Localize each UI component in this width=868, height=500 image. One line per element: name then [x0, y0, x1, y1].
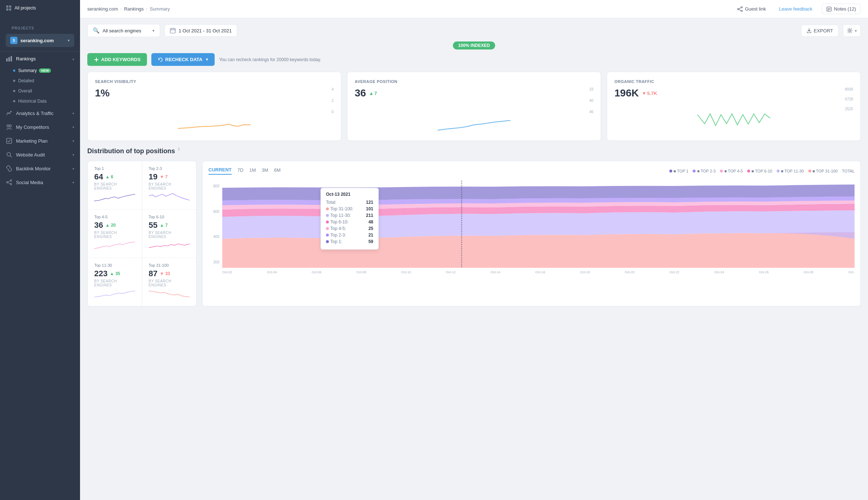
sidebar-item-historical[interactable]: Historical Data — [0, 96, 80, 106]
search-visibility-title: SEARCH VISIBILITY — [95, 79, 334, 84]
export-button[interactable]: EXPORT — [801, 25, 839, 37]
social-label: Social Media — [16, 180, 72, 185]
tab-7d[interactable]: 7D — [238, 167, 244, 174]
y-axis: 800 600 400 200 — [208, 180, 219, 268]
guest-link-label: Guest link — [745, 6, 766, 12]
action-bar: ADD KEYWORDS RECHECK DATA ▾ You can rech… — [87, 53, 861, 66]
legend-total: TOTAL — [842, 169, 855, 173]
chart-tabs: CURRENT 7D 1M 3M 6M ■ TOP 1 — [208, 167, 855, 175]
search-visibility-value: 1% — [95, 87, 110, 99]
topbar-actions: Guest link Leave feedback Notes (12) — [733, 4, 861, 14]
chart-tooltip: Oct-13 2021 Total: 121 Top 31-100: 101 — [320, 188, 379, 250]
notes-icon — [827, 7, 832, 12]
leave-feedback-button[interactable]: Leave feedback — [776, 4, 816, 14]
svg-point-16 — [10, 183, 12, 185]
sidebar-item-rankings[interactable]: Rankings ▴ — [0, 52, 80, 66]
summary-label: Summary — [18, 68, 37, 73]
settings-button[interactable]: ▾ — [843, 24, 861, 37]
legend-top45: ■ TOP 4-5 — [720, 169, 743, 173]
new-badge: New — [39, 68, 51, 73]
recheck-info-text: You can recheck rankings for 20000 keywo… — [219, 57, 321, 62]
competitors-label: My Competitors — [16, 124, 72, 130]
sidebar-item-analytics[interactable]: Analytics & Traffic ▾ — [0, 106, 80, 120]
project-section: PROJECTS S seranking.com ▾ — [0, 16, 80, 52]
tab-current[interactable]: CURRENT — [208, 167, 232, 175]
dist-item-top31100: Top 31-100 87 ▼ 33 BY SEARCH ENGINES — [142, 258, 196, 306]
project-selector[interactable]: S seranking.com ▾ — [6, 34, 74, 47]
tab-3m[interactable]: 3M — [262, 167, 268, 174]
tooltip-row-31100: Top 31-100: 101 — [326, 206, 373, 211]
notes-button[interactable]: Notes (12) — [822, 4, 861, 14]
sidebar-item-detailed[interactable]: Detailed — [0, 76, 80, 86]
tab-6m[interactable]: 6M — [274, 167, 280, 174]
calendar-icon — [170, 28, 176, 33]
projects-label: PROJECTS — [6, 20, 74, 32]
sidebar-item-social[interactable]: Social Media ▾ — [0, 175, 80, 189]
project-icon: S — [10, 37, 17, 44]
top31100-mini-chart — [149, 287, 190, 300]
breadcrumb-current: Summary — [150, 6, 170, 12]
refresh-icon — [158, 57, 163, 62]
organic-traffic-value: 196K ▼ 5.7K — [614, 87, 657, 99]
svg-point-7 — [8, 112, 9, 114]
svg-point-11 — [9, 125, 11, 127]
recheck-data-button[interactable]: RECHECK DATA ▾ — [151, 53, 215, 66]
svg-rect-12 — [7, 138, 12, 143]
analytics-label: Analytics & Traffic — [16, 111, 72, 116]
organic-traffic-chart — [614, 111, 853, 129]
filter-bar: 🔍 All search engines ▾ 1 Oct 2021 - 31 O… — [87, 24, 861, 37]
competitors-arrow: ▾ — [72, 125, 74, 129]
dist-item-top1130: Top 11-30 223 ▲ 35 BY SEARCH ENGINES — [88, 258, 142, 306]
tab-1m[interactable]: 1M — [249, 167, 256, 174]
area-chart-wrapper: 800 600 400 200 — [208, 180, 855, 274]
sidebar-item-competitors[interactable]: My Competitors ▾ — [0, 120, 80, 134]
project-name: seranking.com — [20, 38, 68, 43]
ap-value: 36 — [355, 87, 366, 99]
sidebar-item-marketing[interactable]: Marketing Plan ▾ — [0, 134, 80, 148]
feedback-label: Leave feedback — [779, 6, 813, 12]
svg-point-9 — [11, 111, 12, 112]
search-visibility-card: SEARCH VISIBILITY 1% 4 2 0 — [87, 72, 341, 141]
tooltip-row-610: Top 6-10: 48 — [326, 219, 373, 225]
detailed-label: Detailed — [18, 78, 34, 83]
guest-link-button[interactable]: Guest link — [733, 4, 770, 14]
social-icon — [6, 179, 12, 186]
avg-pos-value: 36 ▲ 7 — [355, 87, 377, 99]
sidebar-item-overall[interactable]: Overall — [0, 86, 80, 96]
date-range-label: 1 Oct 2021 - 31 Oct 2021 — [179, 28, 232, 33]
settings-arrow-icon: ▾ — [855, 29, 857, 33]
legend-top31100: ■ TOP 31-100 — [808, 169, 838, 173]
social-arrow: ▾ — [72, 180, 74, 184]
audit-icon — [6, 151, 12, 158]
tooltip-row-1130: Top 11-30: 211 — [326, 213, 373, 218]
sidebar-item-audit[interactable]: Website Audit ▾ — [0, 148, 80, 162]
top1130-mini-chart — [94, 287, 135, 300]
search-engines-dropdown[interactable]: 🔍 All search engines ▾ — [87, 24, 160, 37]
breadcrumb-project[interactable]: seranking.com — [87, 6, 118, 12]
metric-cards: SEARCH VISIBILITY 1% 4 2 0 — [87, 72, 861, 141]
breadcrumb-rankings[interactable]: Rankings — [124, 6, 144, 12]
analytics-icon — [6, 110, 12, 116]
svg-rect-2 — [6, 8, 8, 11]
svg-point-17 — [741, 7, 742, 8]
sidebar: All projects PROJECTS S seranking.com ▾ … — [0, 0, 80, 500]
x-axis: Oct-02 Oct-04 Oct-06 Oct-08 Oct-10 Oct-1… — [208, 270, 855, 274]
rankings-arrow: ▴ — [72, 57, 74, 61]
sidebar-item-backlink[interactable]: Backlink Monitor ▾ — [0, 162, 80, 175]
legend-top1: ■ TOP 1 — [669, 169, 689, 173]
svg-rect-0 — [6, 5, 8, 8]
share-icon — [737, 6, 743, 12]
plus-icon — [94, 57, 99, 62]
add-keywords-button[interactable]: ADD KEYWORDS — [87, 53, 147, 66]
svg-rect-1 — [9, 5, 11, 8]
search-engines-label: All search engines — [103, 28, 150, 33]
all-projects-link[interactable]: All projects — [0, 0, 80, 16]
rankings-label: Rankings — [16, 56, 72, 61]
search-visibility-chart — [95, 114, 334, 132]
main-content: seranking.com › Rankings › Summary Guest… — [80, 0, 868, 500]
svg-rect-5 — [8, 57, 10, 61]
marketing-arrow: ▾ — [72, 139, 74, 143]
date-range-picker[interactable]: 1 Oct 2021 - 31 Oct 2021 — [164, 24, 237, 37]
legend-top610: ■ TOP 6-10 — [747, 169, 772, 173]
sidebar-item-summary[interactable]: Summary New — [0, 66, 80, 76]
